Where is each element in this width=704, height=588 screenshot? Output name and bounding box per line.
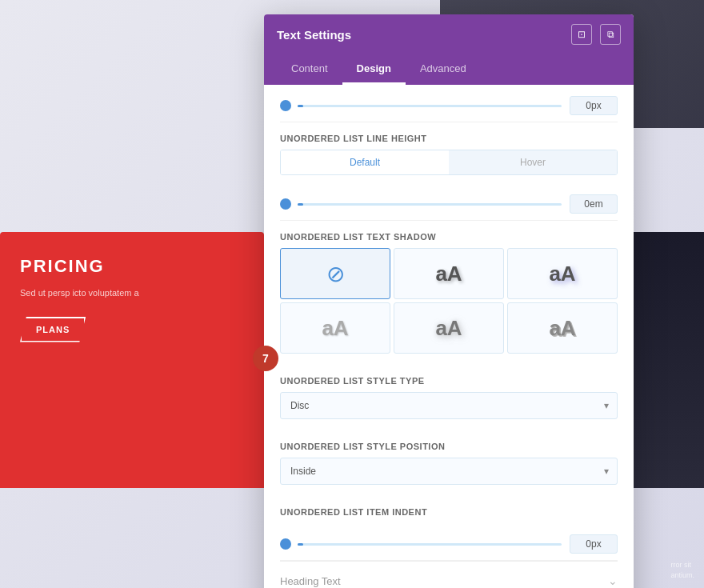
item-indent-slider-dot [280,538,291,550]
item-indent-slider-section: 0px [280,523,618,561]
line-height-toggle: Default Hover [280,150,618,175]
shadow-option-1[interactable]: aA [394,248,504,299]
shadow-grid: ⊘ aA aA aA aA aA [280,248,618,354]
modal-header: Text Settings ⊡ ⧉ [264,14,634,54]
pricing-desc: Sed ut persp icto voluptatem a [20,286,244,301]
tab-content[interactable]: Content [277,54,342,85]
top-slider-section: 0px [280,85,618,122]
style-type-select-row[interactable]: Disc Circle Square None ▾ [280,392,618,419]
shadow-option-4[interactable]: aA [394,302,504,354]
top-value-box: 0px [570,96,618,115]
line-height-slider-fill [298,203,303,206]
shadow-option-5[interactable]: aA [507,302,618,354]
tab-advanced[interactable]: Advanced [406,54,481,85]
shadow-text-2: aA [549,262,575,286]
shadow-none-icon: ⊘ [326,261,345,287]
pricing-title: PRICING [20,256,244,277]
collapsible-heading-text-label: Heading Text [280,575,608,587]
style-position-select-row[interactable]: Inside Outside ▾ [280,458,618,485]
slider-track[interactable] [298,105,562,107]
bg-dark-text: rror sit antium. [670,560,694,580]
style-type-select[interactable]: Disc Circle Square None [281,393,596,418]
bg-dark-right: rror sit antium. [624,232,704,488]
shadow-text-5: aA [549,316,575,341]
slider-fill [298,105,303,107]
plans-button: PLANS [20,317,86,342]
modal-icon-detach[interactable]: ⧉ [600,24,621,45]
modal-icon-expand[interactable]: ⊡ [571,24,592,45]
collapsible-heading-text-arrow: ⌄ [608,574,618,587]
text-shadow-label: Unordered List Text Shadow [280,221,618,248]
style-position-arrow: ▾ [596,458,617,484]
item-indent-slider-track[interactable] [298,543,562,546]
line-height-label: Unordered List Line Height [280,122,618,150]
style-position-label: Unordered List Style Position [280,430,618,458]
tab-design[interactable]: Design [342,54,406,85]
line-height-value-box: 0em [570,194,618,214]
toggle-default[interactable]: Default [281,150,449,174]
shadow-option-2[interactable]: aA [507,248,618,299]
style-type-arrow: ▾ [596,393,617,418]
slider-dot [280,100,291,111]
item-indent-label: Unordered List Item Indent [280,496,618,523]
shadow-text-3: aA [322,316,348,341]
line-height-slider-track[interactable] [298,203,562,206]
line-height-slider-section: 0em [280,183,618,221]
modal-tabs: Content Design Advanced [264,54,634,85]
toggle-hover[interactable]: Hover [449,150,617,174]
style-type-label: Unordered List Style Type [280,365,618,392]
modal-title: Text Settings [277,28,571,42]
text-settings-modal: Text Settings ⊡ ⧉ Content Design Advance… [264,14,634,588]
shadow-option-none[interactable]: ⊘ [280,248,390,299]
bg-red-card: PRICING Sed ut persp icto voluptatem a P… [0,232,264,488]
shadow-text-1: aA [435,262,462,286]
collapsible-heading-text[interactable]: Heading Text ⌄ [280,561,618,588]
modal-body: 0px Unordered List Line Height Default H… [264,85,634,588]
modal-header-icons: ⊡ ⧉ [571,24,621,45]
item-indent-value-box: 0px [570,534,618,554]
shadow-text-4: aA [435,316,462,341]
shadow-option-3[interactable]: aA [280,302,390,354]
line-height-slider-dot [280,198,291,210]
item-indent-slider-fill [298,543,303,546]
step-badge: 7 [253,346,278,371]
style-position-select[interactable]: Inside Outside [281,458,596,484]
